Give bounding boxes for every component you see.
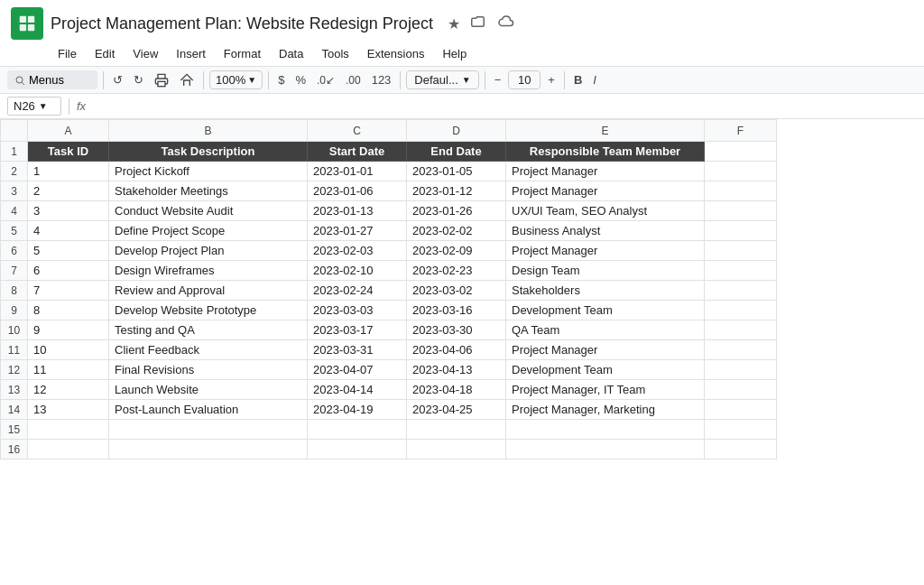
end-date-cell[interactable]: 2023-01-12 [407,181,506,201]
end-date-cell[interactable]: 2023-03-16 [407,301,506,320]
empty-cell[interactable] [407,420,506,440]
start-date-cell[interactable]: 2023-01-01 [308,162,407,181]
task-desc-cell[interactable]: Task Description [109,142,308,162]
empty-cell[interactable] [28,420,109,440]
end-date-cell[interactable]: End Date [407,142,506,162]
end-date-cell[interactable]: 2023-01-26 [407,201,506,221]
empty-cell[interactable] [506,440,705,460]
empty-cell[interactable] [109,440,308,460]
empty-cell[interactable] [407,440,506,460]
col-f-cell[interactable] [705,340,777,360]
end-date-cell[interactable]: 2023-02-02 [407,221,506,241]
responsible-cell[interactable]: Project Manager [506,340,705,360]
task-id-cell[interactable]: 4 [28,221,109,241]
task-desc-cell[interactable]: Develop Website Prototype [109,301,308,320]
start-date-cell[interactable]: 2023-01-13 [308,201,407,221]
col-f-cell[interactable] [705,201,777,221]
start-date-cell[interactable]: 2023-03-17 [308,320,407,340]
task-id-cell[interactable]: 7 [28,281,109,301]
end-date-cell[interactable]: 2023-04-25 [407,400,506,420]
start-date-cell[interactable]: Start Date [308,142,407,162]
paint-format-button[interactable] [176,71,198,89]
responsible-cell[interactable]: Project Manager, IT Team [506,380,705,400]
col-f-cell[interactable] [705,281,777,301]
task-desc-cell[interactable]: Testing and QA [109,320,308,340]
start-date-cell[interactable]: 2023-02-10 [308,261,407,281]
start-date-cell[interactable]: 2023-01-06 [308,181,407,201]
end-date-cell[interactable]: 2023-01-05 [407,162,506,181]
task-id-cell[interactable]: Task ID [28,142,109,162]
folder-button[interactable] [469,12,489,35]
menu-tools[interactable]: Tools [314,45,356,62]
start-date-cell[interactable]: 2023-04-14 [308,380,407,400]
end-date-cell[interactable]: 2023-04-13 [407,360,506,380]
responsible-cell[interactable]: Project Manager [506,162,705,181]
col-header-a[interactable]: A [28,120,109,142]
col-f-cell[interactable] [705,380,777,400]
print-button[interactable] [151,71,172,89]
font-size-box[interactable]: 10 [508,70,541,89]
italic-button[interactable]: I [589,71,600,88]
end-date-cell[interactable]: 2023-03-30 [407,320,506,340]
search-box[interactable]: Menus [7,70,97,89]
col-header-e[interactable]: E [506,120,705,142]
cloud-button[interactable] [496,12,516,35]
responsible-cell[interactable]: Responsible Team Member [506,142,705,162]
responsible-cell[interactable]: Stakeholders [506,281,705,301]
task-id-cell[interactable]: 5 [28,241,109,261]
task-desc-cell[interactable]: Post-Launch Evaluation [109,400,308,420]
responsible-cell[interactable]: Development Team [506,301,705,320]
col-f-cell[interactable] [705,261,777,281]
font-family-box[interactable]: Defaul... ▼ [406,70,478,89]
col-f-cell[interactable] [705,320,777,340]
task-id-cell[interactable]: 2 [28,181,109,201]
col-f-cell[interactable] [705,162,777,181]
menu-file[interactable]: File [51,45,84,62]
zoom-box[interactable]: 100% ▼ [209,70,263,89]
dollar-button[interactable]: $ [274,71,288,88]
empty-cell[interactable] [109,420,308,440]
more-formats-button[interactable]: 123 [368,71,395,88]
col-header-d[interactable]: D [407,120,506,142]
task-desc-cell[interactable]: Develop Project Plan [109,241,308,261]
empty-cell[interactable] [705,420,777,440]
task-desc-cell[interactable]: Final Revisions [109,360,308,380]
inc-decimals-button[interactable]: .00 [342,72,365,88]
start-date-cell[interactable]: 2023-03-03 [308,301,407,320]
task-desc-cell[interactable]: Design Wireframes [109,261,308,281]
star-button[interactable]: ★ [446,14,462,34]
task-desc-cell[interactable]: Project Kickoff [109,162,308,181]
responsible-cell[interactable]: Development Team [506,360,705,380]
task-id-cell[interactable]: 8 [28,301,109,320]
col-header-c[interactable]: C [308,120,407,142]
start-date-cell[interactable]: 2023-04-07 [308,360,407,380]
bold-button[interactable]: B [570,71,586,88]
menu-edit[interactable]: Edit [88,45,122,62]
menu-view[interactable]: View [125,45,165,62]
col-f-cell[interactable] [705,400,777,420]
empty-cell[interactable] [28,440,109,460]
menu-extensions[interactable]: Extensions [360,45,432,62]
task-id-cell[interactable]: 1 [28,162,109,181]
col-f-cell[interactable] [705,301,777,320]
menu-data[interactable]: Data [272,45,310,62]
task-id-cell[interactable]: 9 [28,320,109,340]
task-desc-cell[interactable]: Stakeholder Meetings [109,181,308,201]
col-f-cell[interactable] [705,360,777,380]
task-desc-cell[interactable]: Review and Approval [109,281,308,301]
end-date-cell[interactable]: 2023-02-23 [407,261,506,281]
start-date-cell[interactable]: 2023-03-31 [308,340,407,360]
responsible-cell[interactable]: QA Team [506,320,705,340]
end-date-cell[interactable]: 2023-03-02 [407,281,506,301]
menu-insert[interactable]: Insert [169,45,213,62]
redo-button[interactable]: ↻ [130,71,147,88]
col-header-b[interactable]: B [109,120,308,142]
task-id-cell[interactable]: 6 [28,261,109,281]
empty-cell[interactable] [308,440,407,460]
font-size-increase-button[interactable]: + [544,71,559,88]
responsible-cell[interactable]: Project Manager, Marketing [506,400,705,420]
dec-decimals-button[interactable]: .0↙ [313,72,338,88]
percent-button[interactable]: % [291,71,310,88]
responsible-cell[interactable]: Project Manager [506,241,705,261]
task-desc-cell[interactable]: Define Project Scope [109,221,308,241]
